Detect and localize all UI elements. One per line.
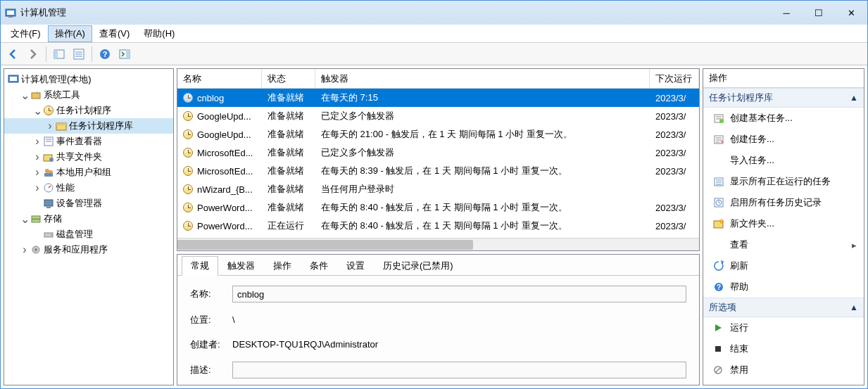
task-row[interactable]: MicrosoftEd...准备就绪在每天的 8:39 - 触发后，在 1 天 … bbox=[177, 162, 699, 180]
tree-twisty-icon[interactable]: › bbox=[32, 135, 42, 148]
name-label: 名称: bbox=[190, 288, 232, 300]
col-trigger[interactable]: 触发器 bbox=[315, 69, 650, 88]
tree-item[interactable]: ›事件查看器 bbox=[4, 134, 173, 149]
description-field[interactable] bbox=[232, 362, 686, 378]
task-next-run bbox=[650, 187, 699, 191]
action-item[interactable]: 显示所有正在运行的任务 bbox=[703, 171, 864, 192]
show-action-pane-button[interactable] bbox=[116, 46, 133, 63]
details-tab[interactable]: 历史记录(已禁用) bbox=[374, 256, 463, 275]
actions-section-selected[interactable]: 所选项 ▲ bbox=[703, 298, 864, 317]
task-name: MicrosoftEd... bbox=[197, 166, 253, 177]
horizontal-scrollbar[interactable] bbox=[177, 238, 699, 250]
action-item[interactable]: 创建任务... bbox=[703, 129, 864, 150]
action-icon bbox=[713, 197, 724, 208]
action-icon: ? bbox=[713, 281, 724, 293]
tree-item[interactable]: ⌄任务计划程序 bbox=[4, 103, 173, 118]
details-tab[interactable]: 操作 bbox=[264, 256, 301, 275]
maximize-button[interactable]: ☐ bbox=[803, 2, 835, 23]
svg-rect-28 bbox=[46, 207, 51, 208]
action-item[interactable]: 创建基本任务... bbox=[703, 108, 864, 129]
tree-root-label: 计算机管理(本地) bbox=[21, 73, 92, 86]
name-field[interactable] bbox=[232, 286, 686, 302]
action-label: 导入任务... bbox=[730, 154, 774, 167]
tree-twisty-icon[interactable]: ⌄ bbox=[20, 89, 30, 102]
collapse-icon: ▲ bbox=[850, 302, 858, 312]
show-hide-tree-button[interactable] bbox=[51, 46, 68, 63]
menu-action[interactable]: 操作(A) bbox=[48, 25, 92, 42]
tree-twisty-icon[interactable]: › bbox=[32, 181, 42, 194]
col-next[interactable]: 下次运行 bbox=[650, 69, 699, 88]
minimize-button[interactable]: ─ bbox=[770, 2, 803, 23]
action-label: 禁用 bbox=[730, 364, 748, 376]
task-row[interactable]: MicrosoftEd...准备就绪已定义多个触发器2023/3/ bbox=[177, 144, 699, 162]
action-item[interactable]: 查看▸ bbox=[703, 234, 864, 255]
action-item[interactable]: 导入任务... bbox=[703, 150, 864, 171]
tree-item-label: 共享文件夹 bbox=[56, 151, 102, 163]
action-label: 结束 bbox=[730, 343, 748, 355]
tree-item[interactable]: ›共享文件夹 bbox=[4, 149, 173, 165]
col-name[interactable]: 名称 bbox=[177, 69, 262, 88]
svg-rect-27 bbox=[44, 200, 53, 206]
close-button[interactable]: ✕ bbox=[835, 2, 867, 23]
tree-twisty-icon[interactable]: › bbox=[32, 166, 42, 179]
tree-pane[interactable]: 计算机管理(本地) ⌄系统工具⌄任务计划程序›任务计划程序库›事件查看器›共享文… bbox=[4, 68, 174, 385]
action-item[interactable]: 结束 bbox=[703, 338, 864, 359]
tree-item-icon bbox=[42, 181, 55, 194]
collapse-icon: ▲ bbox=[850, 93, 858, 103]
tree-root[interactable]: 计算机管理(本地) bbox=[4, 72, 173, 87]
tree-item[interactable]: ›任务计划程序库 bbox=[4, 118, 173, 134]
action-item[interactable]: 禁用 bbox=[703, 359, 864, 381]
task-name: MicrosoftEd... bbox=[197, 148, 253, 158]
forward-button[interactable] bbox=[25, 46, 42, 63]
task-row[interactable]: PowerWord...正在运行在每天的 8:40 - 触发后，在 1 天 期间… bbox=[177, 217, 699, 235]
menu-file[interactable]: 文件(F) bbox=[4, 25, 48, 42]
tree-item[interactable]: ⌄系统工具 bbox=[4, 87, 173, 103]
task-row[interactable]: nWizard_{B...准备就绪当任何用户登录时 bbox=[177, 180, 699, 198]
task-next-run: 2023/3/ bbox=[650, 127, 699, 142]
details-tab[interactable]: 设置 bbox=[337, 256, 374, 275]
action-item[interactable]: 新文件夹... bbox=[703, 213, 864, 234]
tree-item[interactable]: 设备管理器 bbox=[4, 196, 173, 211]
action-icon bbox=[713, 134, 724, 145]
task-next-run: 2023/3/ bbox=[650, 109, 699, 124]
action-item[interactable]: 启用所有任务历史记录 bbox=[703, 192, 864, 213]
action-item[interactable]: ?帮助 bbox=[703, 276, 864, 298]
tree-item-icon bbox=[42, 104, 55, 117]
col-state[interactable]: 状态 bbox=[262, 69, 315, 88]
details-tab[interactable]: 触发器 bbox=[218, 256, 264, 275]
back-button[interactable] bbox=[5, 46, 22, 63]
task-row[interactable]: cnblog准备就绪在每天的 7:152023/3/ bbox=[177, 89, 699, 107]
task-trigger: 已定义多个触发器 bbox=[315, 144, 650, 161]
menu-help[interactable]: 帮助(H) bbox=[137, 25, 182, 42]
actions-section-library[interactable]: 任务计划程序库 ▲ bbox=[703, 88, 864, 108]
tree-twisty-icon[interactable]: ⌄ bbox=[32, 104, 42, 117]
tree-item[interactable]: ›性能 bbox=[4, 180, 173, 196]
tree-item[interactable]: ›服务和应用程序 bbox=[4, 242, 173, 257]
tree-twisty-icon[interactable]: › bbox=[45, 120, 55, 132]
task-next-run: 2023/3/ bbox=[650, 164, 699, 179]
tree-item[interactable]: ›本地用户和组 bbox=[4, 165, 173, 180]
tree-twisty-icon[interactable]: › bbox=[20, 243, 30, 256]
svg-rect-2 bbox=[8, 16, 13, 18]
task-row[interactable]: PowerWord...准备就绪在每天的 8:40 - 触发后，在 1 天 期间… bbox=[177, 198, 699, 217]
properties-button[interactable] bbox=[70, 46, 87, 63]
svg-rect-1 bbox=[7, 11, 14, 15]
action-item[interactable]: 运行 bbox=[703, 317, 864, 338]
details-tab[interactable]: 常规 bbox=[182, 256, 218, 276]
tree-item[interactable]: ⌄存储 bbox=[4, 211, 173, 227]
tree-twisty-icon[interactable]: ⌄ bbox=[20, 212, 30, 226]
task-row[interactable]: GoogleUpd...准备就绪已定义多个触发器2023/3/ bbox=[177, 107, 699, 125]
task-row[interactable]: GoogleUpd...准备就绪在每天的 21:00 - 触发后，在 1 天 期… bbox=[177, 125, 699, 144]
details-tab[interactable]: 条件 bbox=[301, 256, 337, 275]
svg-rect-25 bbox=[44, 173, 53, 177]
tree-twisty-icon[interactable]: › bbox=[32, 151, 42, 163]
task-trigger: 已定义多个触发器 bbox=[315, 108, 650, 125]
tree-item[interactable]: 磁盘管理 bbox=[4, 227, 173, 242]
svg-rect-17 bbox=[56, 123, 66, 125]
menu-view[interactable]: 查看(V) bbox=[92, 25, 137, 42]
actions-pane: 操作 任务计划程序库 ▲ 创建基本任务...创建任务...导入任务...显示所有… bbox=[703, 68, 864, 385]
help-button[interactable]: ? bbox=[96, 46, 113, 63]
actions-pane-title: 操作 bbox=[703, 69, 864, 88]
action-item[interactable]: 刷新 bbox=[703, 255, 864, 276]
list-body[interactable]: cnblog准备就绪在每天的 7:152023/3/GoogleUpd...准备… bbox=[177, 89, 699, 238]
